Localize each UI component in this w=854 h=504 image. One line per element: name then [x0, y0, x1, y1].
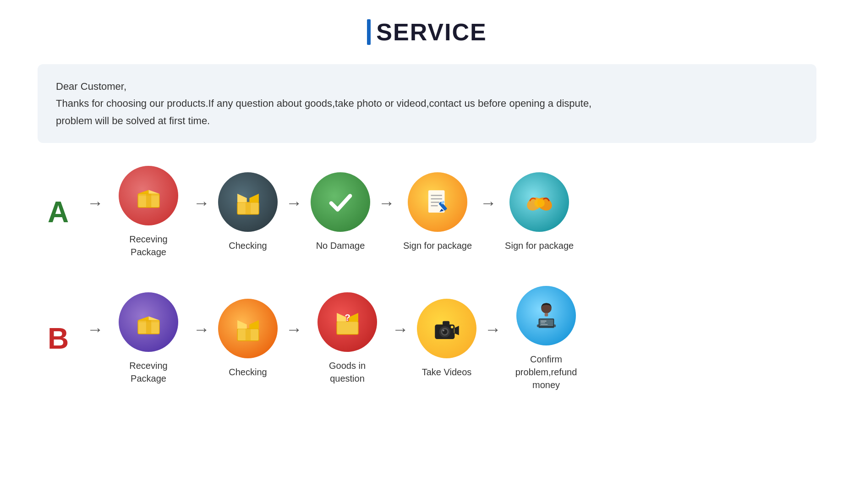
- row-a-letter: A: [38, 195, 79, 229]
- svg-point-21: [534, 199, 545, 208]
- arrow-a2: →: [278, 193, 311, 213]
- title-accent-bar: [367, 19, 371, 45]
- notice-line2: Thanks for choosing our products.If any …: [56, 95, 798, 112]
- flow-icon-a5: [509, 172, 569, 232]
- svg-rect-5: [138, 193, 159, 196]
- svg-marker-31: [249, 320, 259, 329]
- svg-rect-43: [443, 321, 449, 325]
- svg-point-42: [443, 329, 444, 331]
- flow-label-a2: Checking: [229, 239, 267, 252]
- flow-item-a4: Sign for package: [403, 172, 472, 252]
- flow-icon-b4: [417, 299, 476, 358]
- svg-text:?: ?: [345, 312, 350, 322]
- flow-icon-b2: [218, 299, 278, 358]
- flow-item-b2: Checking: [218, 299, 278, 378]
- flow-icon-a2: [218, 172, 278, 232]
- flow-icon-a3: [311, 172, 370, 232]
- flow-item-b4: Take Videos: [417, 299, 476, 378]
- flow-icon-b3: ?: [318, 292, 377, 352]
- flow-item-b5: Confirm problem,refund money: [509, 286, 583, 391]
- arrow-b1: →: [185, 320, 218, 339]
- row-b-letter: B: [38, 322, 79, 356]
- flow-item-a5: Sign for package: [505, 172, 574, 252]
- arrow-a1: →: [185, 193, 218, 213]
- svg-marker-2: [138, 190, 148, 193]
- svg-rect-27: [138, 320, 159, 322]
- flow-label-b5: Confirm problem,refund money: [509, 353, 583, 391]
- svg-rect-10: [245, 202, 250, 214]
- notice-box: Dear Customer, Thanks for choosing our p…: [38, 64, 816, 143]
- flow-row-b: B → Receving Package →: [38, 286, 816, 391]
- flow-label-a3: No Damage: [316, 239, 365, 252]
- svg-marker-3: [148, 190, 159, 193]
- flow-icon-b1: [119, 292, 178, 352]
- svg-point-44: [450, 326, 453, 329]
- flow-item-b1: Receving Package: [112, 292, 185, 385]
- flow-section: A → Receving Package: [38, 166, 816, 391]
- svg-marker-24: [138, 316, 148, 320]
- arrow-b0: →: [79, 320, 112, 339]
- flow-icon-a4: [408, 172, 467, 232]
- page-header: SERVICE: [367, 18, 487, 46]
- svg-marker-25: [148, 316, 159, 320]
- flow-row-a: A → Receving Package: [38, 166, 816, 258]
- svg-rect-46: [454, 328, 454, 333]
- page-title: SERVICE: [376, 18, 487, 46]
- flow-label-b4: Take Videos: [422, 366, 472, 378]
- svg-marker-8: [237, 193, 247, 202]
- arrow-a3: →: [370, 193, 403, 213]
- flow-item-a2: Checking: [218, 172, 278, 252]
- flow-label-b3: Goods in question: [311, 359, 384, 385]
- svg-marker-9: [249, 193, 259, 202]
- flow-label-a1: Receving Package: [112, 233, 185, 258]
- arrow-b2: →: [278, 320, 311, 339]
- flow-item-b3: ? Goods in question: [311, 292, 384, 385]
- notice-line1: Dear Customer,: [56, 78, 798, 95]
- flow-icon-b5: [516, 286, 576, 345]
- arrow-a0: →: [79, 193, 112, 213]
- flow-icon-a1: [119, 166, 178, 225]
- svg-rect-33: [337, 321, 358, 334]
- svg-rect-11: [428, 190, 444, 213]
- flow-item-a3: No Damage: [311, 172, 370, 252]
- flow-label-b1: Receving Package: [112, 359, 185, 385]
- flow-label-b2: Checking: [229, 366, 267, 378]
- flow-label-a5: Sign for package: [505, 239, 574, 252]
- flow-item-a1: Receving Package: [112, 166, 185, 258]
- flow-label-a4: Sign for package: [403, 239, 472, 252]
- svg-rect-32: [245, 329, 250, 340]
- arrow-b4: →: [476, 320, 509, 339]
- arrow-b3: →: [384, 320, 417, 339]
- svg-marker-30: [237, 320, 247, 329]
- svg-rect-48: [544, 313, 548, 317]
- arrow-a4: →: [472, 193, 505, 213]
- notice-line3: problem will be solved at first time.: [56, 112, 798, 129]
